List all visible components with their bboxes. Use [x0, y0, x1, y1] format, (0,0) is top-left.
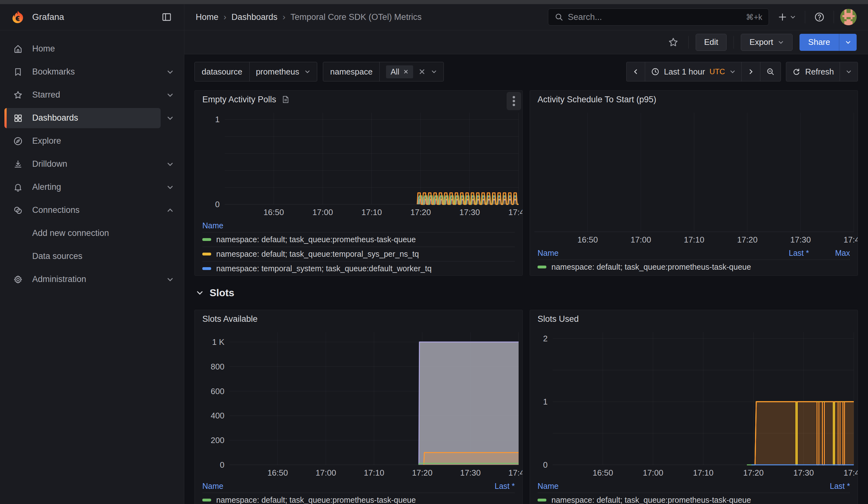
chevron-down-icon[interactable]: [161, 177, 179, 197]
sidebar-item-connections[interactable]: Connections: [4, 200, 161, 220]
panel-slots-available: Slots Available 16:5017:0017:1017:2017:3…: [194, 310, 523, 504]
sidebar-item-data-sources[interactable]: Data sources: [4, 246, 179, 267]
time-forward-button[interactable]: [742, 62, 761, 81]
section-title: Slots: [209, 287, 234, 299]
slots-available-chart[interactable]: 16:5017:0017:1017:2017:3017:400200400600…: [195, 328, 523, 480]
sidebar-item-starred[interactable]: Starred: [4, 85, 161, 105]
empty-activity-polls-chart[interactable]: 16:5017:0017:1017:2017:3017:4001: [195, 108, 523, 219]
sidebar-item-label: Administration: [32, 275, 86, 284]
legend-header-name[interactable]: Name: [538, 248, 758, 258]
svg-text:17:20: 17:20: [743, 468, 764, 477]
legend-header-last[interactable]: Last *: [464, 482, 515, 491]
search-input[interactable]: Search... ⌘+k: [548, 9, 769, 25]
series-marker: [538, 498, 546, 502]
svg-text:17:00: 17:00: [316, 468, 336, 477]
sidebar-item-add-new-connection[interactable]: Add new connection: [4, 223, 179, 244]
svg-text:17:30: 17:30: [790, 235, 811, 245]
export-button[interactable]: Export: [741, 34, 792, 51]
help-icon[interactable]: [812, 9, 827, 25]
svg-text:2: 2: [543, 334, 548, 343]
sidebar-item-administration[interactable]: Administration: [4, 269, 161, 290]
panel-title[interactable]: Empty Activity Polls: [202, 95, 276, 104]
namespace-chip[interactable]: All: [386, 65, 413, 78]
share-button[interactable]: Share: [799, 34, 839, 51]
sidebar-item-explore[interactable]: Explore: [4, 131, 179, 151]
legend-row[interactable]: namespace: default; task_queue:temporal_…: [202, 247, 515, 261]
chevron-up-icon[interactable]: [161, 200, 179, 220]
legend-header-name[interactable]: Name: [202, 221, 515, 230]
legend-row[interactable]: namespace: default; task_queue:prometheu…: [538, 493, 850, 504]
svg-text:17:30: 17:30: [460, 468, 481, 477]
edit-button[interactable]: Edit: [696, 34, 727, 51]
refresh-interval-chevron-icon[interactable]: [840, 62, 858, 81]
drilldown-icon: [13, 159, 23, 169]
legend-header-max[interactable]: Max: [809, 248, 850, 258]
dock-sidebar-icon[interactable]: [159, 9, 175, 25]
activity-schedule-to-start-chart[interactable]: 16:5017:0017:1017:2017:3017:40: [530, 108, 858, 246]
active-indicator: [4, 108, 7, 128]
panel-title[interactable]: Slots Available: [202, 314, 258, 324]
sidebar-item-drilldown[interactable]: Drilldown: [4, 154, 161, 174]
sidebar-item-dashboards[interactable]: Dashboards: [4, 108, 161, 128]
share-menu-chevron-icon[interactable]: [839, 34, 857, 51]
chevron-down-icon[interactable]: [161, 62, 179, 82]
svg-text:17:00: 17:00: [643, 468, 663, 477]
chevron-down-icon: [431, 69, 437, 75]
svg-text:17:10: 17:10: [364, 468, 384, 477]
svg-text:17:10: 17:10: [693, 468, 713, 477]
sidebar-item-label: Dashboards: [32, 113, 78, 123]
breadcrumb-home[interactable]: Home: [196, 12, 218, 22]
sidebar-item-label: Drilldown: [32, 159, 67, 169]
namespace-select[interactable]: All: [380, 62, 443, 81]
sidebar-item-label: Data sources: [32, 251, 82, 261]
add-menu-button[interactable]: [775, 9, 798, 25]
window-title-strip: [0, 0, 868, 4]
legend-row[interactable]: namespace: temporal_system; task_queue:d…: [202, 261, 515, 276]
legend-header-name[interactable]: Name: [538, 482, 799, 491]
sidebar-item-label: Bookmarks: [32, 67, 75, 77]
series-marker: [202, 253, 211, 256]
description-icon[interactable]: [281, 95, 290, 104]
breadcrumb-dashboards[interactable]: Dashboards: [231, 12, 277, 22]
legend-row[interactable]: namespace: default; task_queue:prometheu…: [538, 260, 850, 274]
svg-text:17:30: 17:30: [459, 207, 480, 217]
legend-header-last[interactable]: Last *: [799, 482, 850, 491]
svg-text:17:40: 17:40: [844, 235, 858, 245]
sidebar-item-home[interactable]: Home: [4, 39, 179, 59]
zoom-out-button[interactable]: [760, 62, 781, 81]
row-slots[interactable]: Slots: [196, 285, 858, 300]
grafana-logo-icon[interactable]: [11, 10, 25, 24]
legend-header-last[interactable]: Last *: [758, 248, 809, 258]
series-marker: [538, 266, 546, 268]
chevron-down-icon[interactable]: [161, 85, 179, 105]
refresh-button[interactable]: Refresh: [786, 62, 840, 81]
datasource-select[interactable]: prometheus: [250, 62, 317, 81]
bell-icon: [13, 182, 23, 193]
legend-row[interactable]: namespace: default; task_queue:prometheu…: [202, 232, 515, 247]
panel-legend: Name Last * Max namespace: default; task…: [530, 246, 858, 274]
sidebar-item-label: Explore: [32, 136, 61, 146]
avatar[interactable]: [840, 9, 857, 25]
svg-text:16:50: 16:50: [577, 235, 598, 245]
chevron-down-icon: [730, 69, 736, 75]
sidebar-item-bookmarks[interactable]: Bookmarks: [4, 62, 161, 82]
favorite-star-icon[interactable]: [665, 34, 681, 51]
svg-text:800: 800: [211, 362, 225, 371]
panel-title[interactable]: Activity Schedule To Start (p95): [538, 95, 656, 104]
panel-menu-button[interactable]: [507, 92, 521, 110]
chevron-down-icon[interactable]: [161, 154, 179, 174]
svg-text:16:50: 16:50: [592, 468, 613, 477]
legend-row[interactable]: namespace: default; task_queue:prometheu…: [202, 493, 515, 504]
time-back-button[interactable]: [626, 62, 645, 81]
svg-text:17:00: 17:00: [312, 207, 333, 217]
namespace-variable: namespace All: [323, 62, 444, 81]
legend-header-name[interactable]: Name: [202, 482, 464, 491]
sidebar-item-alerting[interactable]: Alerting: [4, 177, 161, 197]
time-range-picker[interactable]: Last 1 hour UTC: [645, 62, 742, 81]
chevron-down-icon[interactable]: [161, 108, 179, 128]
slots-used-chart[interactable]: 16:5017:0017:1017:2017:3017:40012: [530, 328, 858, 480]
header-divider: [805, 11, 805, 23]
chevron-right-icon: ›: [224, 12, 226, 22]
panel-title[interactable]: Slots Used: [538, 314, 579, 324]
chevron-down-icon[interactable]: [161, 269, 179, 290]
